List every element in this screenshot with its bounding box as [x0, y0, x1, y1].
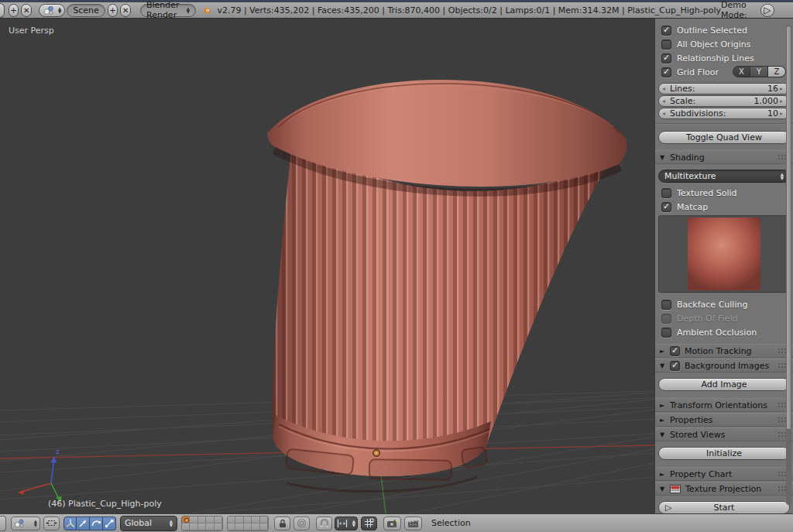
render-engine-dropdown[interactable]: Blender Render ▲▼ [140, 4, 196, 17]
initialize-button[interactable]: Initialize [658, 447, 790, 460]
panel-header-texture-projection[interactable]: ▼ Texture Projection [655, 482, 793, 496]
lines-field[interactable]: ◂ Lines: 16 ▸ [658, 83, 790, 94]
layer-toggle[interactable] [190, 523, 197, 530]
decrement-icon[interactable]: ◂ [662, 98, 668, 105]
scale-manipulator-toggle[interactable] [103, 517, 116, 530]
add-image-button[interactable]: Add Image [658, 378, 790, 391]
toggle-quad-view-button[interactable]: Toggle Quad View [658, 131, 790, 144]
all-object-origins-row[interactable]: ✓ All Object Origins [655, 37, 793, 51]
panel-header-properties[interactable]: ► Properties [655, 413, 793, 427]
outline-selected-row[interactable]: ✓ Outline Selected [655, 23, 793, 37]
layer-toggle[interactable] [206, 517, 214, 523]
outline-selected-checkbox[interactable]: ✓ [661, 26, 671, 36]
background-images-title: Background Images [685, 361, 769, 371]
plastic-cup-model[interactable] [267, 80, 627, 491]
panel-header-motion-tracking[interactable]: ► ✓ Motion Tracking [655, 344, 793, 358]
scrollbar-thumb[interactable] [787, 26, 791, 429]
collapsed-arrow-icon: ► [660, 348, 670, 355]
layer-toggle[interactable] [228, 517, 235, 523]
pivot-point-dropdown[interactable]: ▲▼ [11, 517, 40, 530]
motion-tracking-checkbox[interactable]: ✓ [670, 346, 680, 356]
editor-type-sliver[interactable] [0, 516, 6, 531]
axis-x-toggle[interactable]: X [733, 66, 750, 77]
start-button[interactable]: ▷ Start [658, 501, 790, 513]
matcap-sphere-preview[interactable] [688, 218, 760, 290]
matcap-row[interactable]: ✓ Matcap [655, 200, 793, 214]
ambient-occlusion-row[interactable]: ✓ Ambient Occlusion [655, 325, 793, 339]
manipulate-center-points-toggle[interactable] [43, 517, 60, 530]
demo-play-button[interactable]: ▷ [760, 4, 774, 17]
proportional-edit-dropdown[interactable] [294, 517, 310, 530]
layer-toggle[interactable] [260, 517, 268, 523]
layer-toggle[interactable] [198, 517, 206, 523]
increment-icon[interactable]: ▸ [780, 110, 786, 117]
translate-manipulator-toggle[interactable] [77, 517, 90, 530]
transform-orientation-dropdown[interactable]: Global ▲▼ [120, 516, 177, 531]
layer-toggle[interactable] [215, 523, 222, 530]
layer-toggle[interactable] [244, 517, 252, 523]
layer-toggle[interactable] [182, 517, 190, 523]
depth-of-field-label: Depth Of Field [677, 314, 737, 324]
sidebar-scrollbar[interactable] [786, 25, 791, 505]
opengl-render-animation-button[interactable] [404, 517, 422, 530]
snap-target-button[interactable] [361, 517, 377, 530]
subdivisions-field[interactable]: ◂ Subdivisions: 10 ▸ [658, 108, 790, 119]
textured-solid-checkbox[interactable]: ✓ [661, 188, 671, 198]
shading-mode-dropdown[interactable]: Multitexture ▲▼ [658, 170, 790, 183]
layer-toggle[interactable] [228, 523, 235, 530]
lock-to-scene-toggle[interactable] [274, 517, 290, 530]
background-images-checkbox[interactable]: ✓ [670, 361, 680, 371]
layer-toggle[interactable] [182, 523, 190, 530]
delete-scene-button[interactable]: ✕ [120, 4, 131, 17]
layer-toggle[interactable] [198, 523, 206, 530]
layer-toggle[interactable] [244, 523, 252, 530]
relationship-lines-row[interactable]: ✓ Relationship Lines [655, 51, 793, 65]
axis-z-toggle[interactable]: Z [768, 66, 786, 77]
panel-header-property-chart[interactable]: ► Property Chart [655, 467, 793, 481]
snap-increment-icon [337, 520, 348, 527]
layer-toggle[interactable] [215, 517, 222, 523]
layer-toggle[interactable] [260, 523, 268, 530]
depth-of-field-row[interactable]: ✓ Depth Of Field [655, 311, 793, 325]
layout-field-sliver[interactable] [0, 3, 5, 18]
layer-toggle[interactable] [190, 517, 197, 523]
panel-header-shading[interactable]: ▼ Shading [655, 150, 793, 164]
all-object-origins-checkbox[interactable]: ✓ [661, 39, 671, 50]
matcap-checkbox[interactable]: ✓ [661, 202, 671, 212]
ambient-occlusion-checkbox[interactable]: ✓ [661, 328, 671, 338]
matcap-preview-box[interactable] [658, 215, 789, 293]
decrement-icon[interactable]: ◂ [662, 85, 668, 92]
relationship-lines-checkbox[interactable]: ✓ [661, 53, 671, 63]
axis-y-toggle[interactable]: Y [750, 66, 768, 77]
add-scene-button[interactable]: + [108, 4, 118, 17]
layer-toggle[interactable] [252, 517, 259, 523]
close-layout-button[interactable]: ✕ [21, 4, 32, 17]
panel-header-stored-views[interactable]: ▼ Stored Views [655, 427, 793, 441]
3d-viewport[interactable]: z User Persp (46) Plastic_Cup_High-poly [0, 19, 654, 513]
snap-element-dropdown[interactable]: ▲▼ [335, 517, 358, 530]
increment-icon[interactable]: ▸ [780, 98, 786, 105]
layer-toggle[interactable] [206, 523, 214, 530]
layer-toggle[interactable] [235, 517, 243, 523]
layer-toggle[interactable] [252, 523, 259, 530]
grid-floor-checkbox[interactable]: ✓ [661, 67, 671, 77]
backface-culling-row[interactable]: ✓ Backface Culling [655, 297, 793, 311]
manipulator-enable-toggle[interactable] [64, 517, 77, 530]
scene-browse-dropdown[interactable]: ▲▼ [39, 4, 65, 17]
grid-floor-row[interactable]: ✓ Grid Floor X Y Z [655, 65, 793, 79]
backface-culling-checkbox[interactable]: ✓ [661, 300, 671, 310]
textured-solid-row[interactable]: ✓ Textured Solid [655, 186, 793, 200]
scale-field[interactable]: ◂ Scale: 1.000 ▸ [658, 95, 790, 107]
panel-header-background-images[interactable]: ▼ ✓ Background Images [655, 359, 793, 372]
down-arrow-icon: ▼ [781, 177, 784, 180]
opengl-render-still-button[interactable] [383, 517, 401, 530]
add-layout-button[interactable]: + [9, 4, 19, 17]
decrement-icon[interactable]: ◂ [662, 110, 668, 117]
snap-toggle[interactable] [316, 517, 332, 530]
rotate-manipulator-toggle[interactable] [90, 517, 103, 530]
scene-name-field[interactable]: Scene [67, 4, 105, 17]
panel-header-transform-orientations[interactable]: ► Transform Orientations [655, 398, 793, 412]
increment-icon[interactable]: ▸ [780, 85, 786, 92]
object-origin-dot[interactable] [373, 450, 379, 456]
layer-toggle[interactable] [235, 523, 243, 530]
